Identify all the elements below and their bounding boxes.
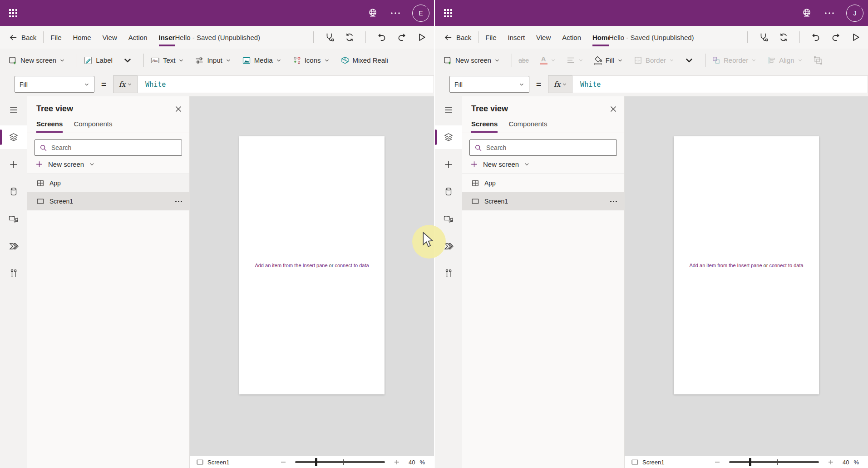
zoom-in-icon[interactable]: [827, 458, 834, 466]
tab-screens[interactable]: Screens: [471, 120, 498, 133]
menu-tab-home-active[interactable]: Home: [592, 26, 609, 49]
undo-icon[interactable]: [811, 32, 821, 42]
web-globe-icon[interactable]: [367, 7, 379, 19]
app-checker-icon[interactable]: [759, 32, 769, 42]
canvas-stage[interactable]: Add an item from the Insert paneorconnec…: [625, 96, 868, 456]
formula-input[interactable]: White: [138, 75, 434, 93]
new-screen-tree-button[interactable]: New screen: [35, 160, 182, 168]
zoom-slider-thumb[interactable]: [749, 458, 751, 466]
mixed-reality-menu-button[interactable]: Mixed Reali: [340, 56, 388, 65]
more-options-icon[interactable]: [175, 201, 182, 202]
tree-view-rail-icon[interactable]: [0, 125, 27, 149]
refresh-icon[interactable]: [779, 32, 789, 42]
web-globe-icon[interactable]: [801, 7, 813, 19]
tree-item-screen1[interactable]: Screen1: [27, 192, 189, 210]
fill-button[interactable]: Fill: [594, 56, 623, 65]
redo-icon[interactable]: [831, 32, 841, 42]
text-menu-button[interactable]: Abc Text: [150, 56, 184, 65]
search-input[interactable]: [51, 144, 177, 151]
media-rail-icon[interactable]: [435, 207, 462, 231]
property-selector[interactable]: Fill: [15, 76, 94, 93]
zoom-out-icon[interactable]: [714, 458, 721, 466]
back-button[interactable]: Back: [9, 33, 36, 42]
strikethrough-button[interactable]: abc: [518, 57, 529, 64]
fx-button[interactable]: fx: [113, 75, 138, 93]
connect-to-data-link[interactable]: connect to data: [769, 263, 803, 268]
new-screen-button[interactable]: New screen: [8, 56, 65, 65]
menu-tab-action[interactable]: Action: [128, 34, 148, 41]
tab-components[interactable]: Components: [74, 120, 112, 133]
zoom-slider[interactable]: [729, 461, 819, 463]
menu-tab-insert[interactable]: Insert: [508, 34, 525, 41]
menu-tab-home[interactable]: Home: [73, 34, 91, 41]
media-rail-icon[interactable]: [0, 207, 27, 231]
more-options-icon[interactable]: [610, 201, 617, 202]
zoom-slider-thumb[interactable]: [315, 458, 317, 466]
close-panel-icon[interactable]: [175, 105, 182, 113]
app-launcher-icon[interactable]: [440, 5, 456, 21]
power-automate-rail-icon[interactable]: [0, 234, 27, 258]
align-button[interactable]: Align: [767, 56, 802, 65]
account-avatar[interactable]: J: [846, 5, 863, 22]
new-screen-button[interactable]: New screen: [443, 56, 500, 65]
insert-pane-link[interactable]: Add an item from the Insert pane: [255, 263, 327, 268]
data-sources-rail-icon[interactable]: [0, 180, 27, 204]
more-options-icon[interactable]: [824, 11, 834, 15]
media-menu-button[interactable]: Media: [242, 56, 281, 65]
search-input[interactable]: [486, 144, 612, 151]
search-box[interactable]: [469, 139, 617, 156]
icons-menu-button[interactable]: 2 Icons: [292, 56, 330, 65]
play-preview-icon[interactable]: [851, 32, 861, 42]
app-checker-icon[interactable]: [325, 32, 335, 42]
menu-tab-insert-active[interactable]: Insert: [159, 26, 175, 49]
back-button[interactable]: Back: [444, 33, 471, 42]
refresh-icon[interactable]: [345, 32, 355, 42]
hamburger-menu-icon[interactable]: [0, 98, 27, 122]
expand-chevron-button[interactable]: [685, 57, 693, 64]
font-color-button[interactable]: A: [540, 56, 556, 65]
zoom-out-icon[interactable]: [280, 458, 287, 466]
tree-item-app[interactable]: App: [462, 174, 624, 192]
new-screen-tree-button[interactable]: New screen: [470, 160, 617, 168]
menu-tab-file[interactable]: File: [50, 34, 61, 41]
account-avatar[interactable]: E: [412, 5, 429, 22]
canvas-stage[interactable]: Add an item from the Insert paneorconnec…: [190, 96, 434, 456]
border-button[interactable]: Border: [634, 56, 674, 65]
app-launcher-icon[interactable]: [5, 5, 21, 21]
close-panel-icon[interactable]: [610, 105, 617, 113]
power-automate-rail-icon[interactable]: [435, 234, 462, 258]
tree-view-rail-icon[interactable]: [435, 125, 462, 149]
menu-tab-action[interactable]: Action: [562, 34, 581, 41]
zoom-in-icon[interactable]: [393, 458, 400, 466]
input-menu-button[interactable]: Input: [195, 56, 231, 65]
insert-pane-link[interactable]: Add an item from the Insert pane: [689, 263, 762, 268]
advanced-tools-rail-icon[interactable]: [0, 262, 27, 285]
group-button[interactable]: [814, 56, 823, 65]
menu-tab-file[interactable]: File: [485, 34, 496, 41]
menu-tab-view[interactable]: View: [103, 34, 117, 41]
menu-tab-view[interactable]: View: [536, 34, 551, 41]
play-preview-icon[interactable]: [417, 32, 427, 42]
property-selector[interactable]: Fill: [449, 76, 529, 93]
expand-chevron-button[interactable]: [123, 57, 132, 64]
formula-input[interactable]: White: [572, 75, 868, 93]
insert-rail-icon[interactable]: [0, 153, 27, 176]
zoom-slider[interactable]: [295, 461, 385, 463]
search-box[interactable]: [35, 139, 182, 156]
hamburger-menu-icon[interactable]: [435, 98, 462, 122]
connect-to-data-link[interactable]: connect to data: [335, 263, 369, 268]
data-sources-rail-icon[interactable]: [435, 180, 462, 204]
insert-rail-icon[interactable]: [435, 153, 462, 176]
redo-icon[interactable]: [397, 32, 407, 42]
advanced-tools-rail-icon[interactable]: [435, 262, 462, 285]
label-button[interactable]: Label: [84, 56, 113, 65]
text-align-button[interactable]: [567, 56, 583, 64]
tab-components[interactable]: Components: [508, 120, 547, 133]
fx-button[interactable]: fx: [548, 75, 572, 93]
reorder-button[interactable]: Reorder: [712, 56, 756, 65]
more-options-icon[interactable]: [390, 11, 400, 15]
tree-item-app[interactable]: App: [27, 174, 189, 192]
screen1-canvas[interactable]: Add an item from the Insert paneorconnec…: [239, 136, 385, 394]
tree-item-screen1[interactable]: Screen1: [462, 192, 624, 210]
undo-icon[interactable]: [377, 32, 387, 42]
